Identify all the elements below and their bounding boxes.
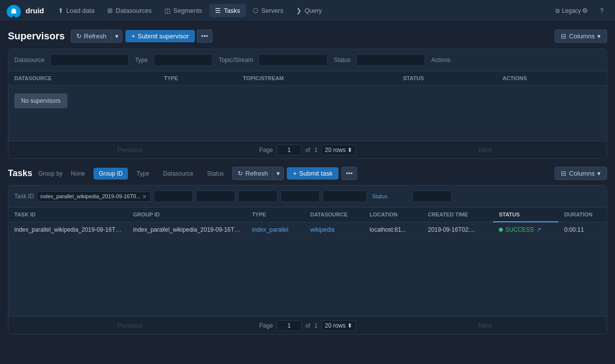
- col-header-task-id: Task ID: [8, 208, 127, 222]
- nav-segments-label: Segments: [173, 7, 202, 14]
- tasks-of-label: of: [306, 322, 310, 329]
- supervisors-prev-label: Previous: [118, 146, 143, 153]
- supervisors-rows-select[interactable]: 20 rows ⬍: [321, 145, 356, 155]
- submit-supervisor-btn[interactable]: + Submit supervisor: [125, 30, 195, 42]
- task-plus-icon: +: [293, 170, 297, 177]
- datasource-link[interactable]: wikipedia: [310, 226, 335, 233]
- task-id-filter-tag[interactable]: index_parallel_wikipedia_2019-09-16T0...…: [37, 191, 151, 202]
- legacy-btn[interactable]: ⧉ Legacy: [561, 3, 576, 18]
- datasource-filter-input[interactable]: [50, 54, 129, 66]
- col-header-type: Type: [158, 71, 237, 86]
- logo[interactable]: druid: [6, 4, 44, 18]
- submit-task-label: Submit task: [299, 170, 333, 177]
- supervisors-header: Supervisors ↻ Refresh ▾ + Submit supervi…: [8, 30, 607, 43]
- tasks-refresh-btn[interactable]: ↻ Refresh: [232, 167, 273, 180]
- settings-btn[interactable]: ⚙: [578, 3, 592, 18]
- segments-icon: ◫: [164, 7, 170, 14]
- supervisors-empty-space: [8, 116, 607, 141]
- supervisors-empty-row: No supervisors: [8, 86, 607, 117]
- table-row[interactable]: index_parallel_wikipedia_2019-09-16T02:4…: [8, 222, 607, 238]
- nav-servers[interactable]: ⬡ Servers: [247, 4, 289, 17]
- help-btn[interactable]: ?: [594, 3, 609, 18]
- status-cell: SUCCESS ↗: [493, 222, 558, 238]
- supervisors-next-label: Next: [479, 146, 492, 153]
- type-cell: index_parallel: [246, 222, 304, 238]
- location-filter-input[interactable]: [280, 190, 320, 202]
- refresh-arrow-btn[interactable]: ▾: [111, 30, 123, 43]
- supervisors-prev-btn[interactable]: Previous: [8, 141, 251, 158]
- supervisors-table-header-row: Datasource Type Topic/Stream Status Acti…: [8, 71, 607, 86]
- help-icon: ?: [600, 7, 603, 14]
- tasks-prev-btn[interactable]: Previous: [8, 317, 251, 334]
- tasks-rows-label: 20 rows: [325, 322, 345, 329]
- group-by-type-btn[interactable]: Type: [131, 168, 154, 180]
- nav-query[interactable]: ❯ Query: [290, 4, 328, 17]
- tasks-rows-select[interactable]: 20 rows ⬍: [321, 320, 356, 331]
- supervisors-more-btn[interactable]: •••: [197, 30, 213, 43]
- group-by-groupid-btn[interactable]: Group ID: [93, 168, 128, 180]
- filter-tag-close-btn[interactable]: ×: [143, 193, 147, 200]
- tasks-columns-btn[interactable]: ⊟ Columns ▾: [554, 167, 607, 180]
- tasks-pagination: Previous Page of 1 20 rows ⬍ Next: [8, 316, 607, 334]
- group-by-none-btn[interactable]: None: [65, 168, 91, 180]
- tasks-page-center: Page of 1 20 rows ⬍: [251, 320, 364, 331]
- created-filter-input[interactable]: [323, 190, 367, 202]
- col-header-actions: Actions: [496, 71, 607, 86]
- supervisors-total-pages: 1: [314, 147, 318, 153]
- task-id-cell: index_parallel_wikipedia_2019-09-16T02:4…: [8, 222, 127, 238]
- created-cell: 2019-09-16T02:...: [422, 222, 493, 238]
- group-type-label: Type: [136, 170, 149, 177]
- location-cell: localhost:81...: [364, 222, 422, 238]
- topic-filter-input[interactable]: [259, 54, 328, 66]
- tasks-next-btn[interactable]: Next: [364, 317, 607, 334]
- duration-filter-input[interactable]: [412, 190, 452, 202]
- group-status-label: Status: [207, 170, 224, 177]
- settings-icon: ⚙: [582, 7, 588, 14]
- group-id-filter-input[interactable]: [154, 190, 193, 202]
- columns-icon: ⊟: [561, 32, 566, 40]
- tasks-more-btn[interactable]: •••: [341, 167, 357, 180]
- tasks-refresh-label: Refresh: [246, 170, 268, 177]
- col-header-topic: Topic/Stream: [237, 71, 397, 86]
- refresh-label: Refresh: [84, 32, 107, 40]
- status-link-icon[interactable]: ↗: [536, 226, 541, 233]
- nav-tasks[interactable]: ☰ Tasks: [209, 4, 246, 17]
- refresh-split-btn[interactable]: ↻ Refresh ▾: [71, 30, 123, 43]
- nav-segments[interactable]: ◫ Segments: [158, 4, 208, 17]
- tasks-rows-chevron-icon: ⬍: [347, 322, 352, 329]
- submit-task-btn[interactable]: + Submit task: [287, 167, 338, 180]
- task-id-filter-label: Task ID: [14, 193, 34, 200]
- refresh-btn[interactable]: ↻ Refresh: [71, 30, 112, 43]
- submit-supervisor-label: Submit supervisor: [138, 32, 189, 40]
- tasks-icon: ☰: [215, 7, 221, 14]
- supervisors-next-btn[interactable]: Next: [364, 141, 607, 158]
- nav-load-data[interactable]: ⬆ Load data: [52, 4, 101, 17]
- tasks-title: Tasks: [8, 168, 32, 179]
- group-by-status-btn[interactable]: Status: [202, 168, 229, 180]
- group-by-datasource-btn[interactable]: Datasource: [157, 168, 198, 180]
- status-col-header-tasks: Status: [370, 193, 409, 199]
- type-filter-input[interactable]: [154, 54, 213, 66]
- datasource-filter-input-tasks[interactable]: [238, 190, 277, 202]
- nav-datasources-label: Datasources: [116, 7, 152, 14]
- type-filter-input-tasks[interactable]: [196, 190, 235, 202]
- tasks-page-input[interactable]: [277, 320, 302, 331]
- tasks-columns-chevron-icon: ▾: [597, 170, 601, 177]
- status-filter-label: Status: [334, 57, 350, 63]
- nav-datasources[interactable]: ⊞ Datasources: [101, 4, 157, 17]
- tasks-refresh-arrow-btn[interactable]: ▾: [273, 167, 284, 180]
- supervisors-columns-btn[interactable]: ⊟ Columns ▾: [554, 30, 607, 43]
- page-content: Supervisors ↻ Refresh ▾ + Submit supervi…: [0, 22, 615, 364]
- status-filter-input[interactable]: [356, 54, 425, 66]
- tasks-refresh-split-btn[interactable]: ↻ Refresh ▾: [232, 167, 284, 180]
- tasks-more-icon: •••: [346, 170, 353, 177]
- datasource-cell: wikipedia: [305, 222, 364, 238]
- no-supervisors-message: No supervisors: [14, 93, 67, 108]
- supervisors-of-label: of: [306, 147, 310, 153]
- col-header-datasource: Datasource: [305, 208, 364, 222]
- group-none-label: None: [71, 170, 85, 177]
- type-link[interactable]: index_parallel: [252, 226, 288, 233]
- status-success: SUCCESS ↗: [499, 226, 553, 233]
- supervisors-page-input[interactable]: [277, 145, 302, 155]
- nav-items: ⬆ Load data ⊞ Datasources ◫ Segments ☰ T…: [52, 4, 561, 17]
